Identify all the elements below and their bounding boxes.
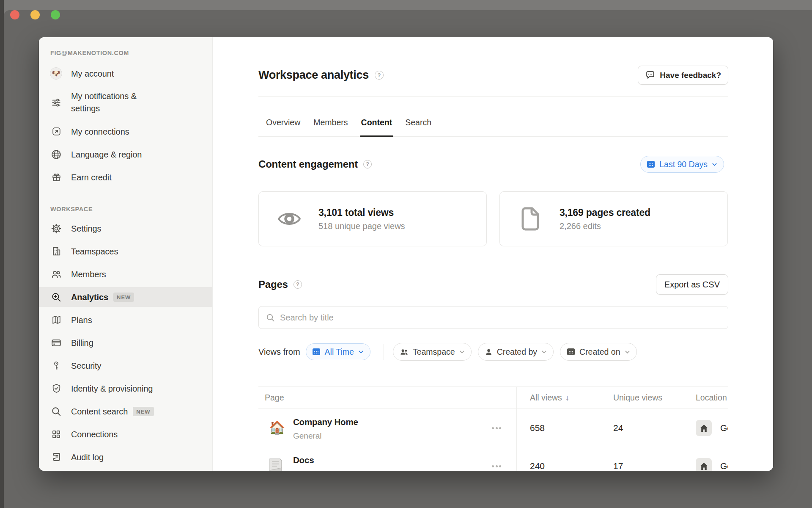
page-search-field xyxy=(258,306,728,329)
created-on-filter[interactable]: Created on xyxy=(560,343,636,361)
location-label: General xyxy=(720,423,728,433)
column-header-all-views[interactable]: All views ↓ xyxy=(516,393,600,403)
screen-edge xyxy=(0,0,4,508)
sidebar-item-language-region[interactable]: Language & region xyxy=(39,144,212,164)
date-range-filter[interactable]: Last 90 Days xyxy=(640,156,724,173)
sliders-icon xyxy=(50,97,63,108)
sidebar-item-audit-log[interactable]: Audit log xyxy=(39,447,212,467)
created-on-filter-label: Created on xyxy=(579,347,620,357)
have-feedback-label: Have feedback? xyxy=(660,71,721,80)
sidebar-item-my-notifications-settings[interactable]: My notifications & settings xyxy=(39,86,212,119)
sidebar-item-label: Language & region xyxy=(71,147,142,162)
export-csv-label: Export as CSV xyxy=(664,280,720,290)
analytics-search-icon xyxy=(50,292,63,303)
sidebar-item-plans[interactable]: Plans xyxy=(39,310,212,330)
unique-views-value: 17 xyxy=(600,461,682,471)
search-icon xyxy=(266,313,275,323)
page-teamspace-label: General xyxy=(293,469,322,471)
help-icon[interactable]: ? xyxy=(375,71,384,80)
calendar-icon xyxy=(646,160,656,169)
sidebar-item-label: Identity & provisioning xyxy=(71,381,153,396)
all-views-value: 658 xyxy=(516,423,600,433)
table-header-row: Page All views ↓ Unique views Location xyxy=(258,387,728,409)
sidebar-item-label: Earn credit xyxy=(71,170,112,185)
sidebar-item-label: Billing xyxy=(71,335,93,351)
column-header-label: All views xyxy=(530,393,562,403)
total-views-value: 3,101 total views xyxy=(318,206,405,219)
views-time-label: All Time xyxy=(325,347,354,357)
sidebar-item-label: Audit log xyxy=(71,450,104,465)
sidebar-item-analytics[interactable]: Analytics NEW xyxy=(39,287,212,307)
tab-content[interactable]: Content xyxy=(361,117,392,136)
credit-card-icon xyxy=(50,337,63,348)
export-csv-button[interactable]: Export as CSV xyxy=(656,274,728,295)
calendar-icon xyxy=(312,347,321,356)
more-options-button[interactable] xyxy=(489,422,504,433)
views-from-label: Views from xyxy=(258,347,300,357)
page-document-icon xyxy=(269,458,284,471)
sidebar-item-connections[interactable]: Connections xyxy=(39,424,212,444)
page-emoji-icon: 🏠 xyxy=(269,420,284,436)
sidebar-item-label: Content search xyxy=(71,404,128,419)
sidebar-item-my-connections[interactable]: My connections xyxy=(39,121,212,141)
page-title: Workspace analytics xyxy=(258,69,369,82)
more-options-button[interactable] xyxy=(489,461,504,471)
sidebar-item-label: Security xyxy=(71,358,101,373)
location-label: General xyxy=(720,461,728,471)
chevron-down-icon xyxy=(541,349,547,355)
sidebar-item-members[interactable]: Members xyxy=(39,264,212,284)
table-row[interactable]: 🏠 Company Home General 658 24 General xyxy=(258,409,728,447)
settings-sidebar: FIG@MAKENOTION.COM 🐶 My account My notif… xyxy=(39,37,213,471)
tab-search[interactable]: Search xyxy=(405,117,431,136)
help-icon[interactable]: ? xyxy=(363,160,372,168)
close-window-button[interactable] xyxy=(10,10,19,19)
zoom-window-button[interactable] xyxy=(51,10,60,19)
help-icon[interactable]: ? xyxy=(294,280,302,289)
arrow-up-right-icon xyxy=(50,126,63,137)
workspace-section-label: Workspace xyxy=(39,206,212,213)
map-icon xyxy=(50,315,63,325)
sidebar-item-identity-provisioning[interactable]: Identity & provisioning xyxy=(39,378,212,398)
sidebar-item-content-search[interactable]: Content search NEW xyxy=(39,401,212,421)
user-avatar: 🐶 xyxy=(50,67,62,80)
minimize-window-button[interactable] xyxy=(30,10,40,19)
window-controls xyxy=(10,10,60,19)
column-header-page[interactable]: Page xyxy=(258,393,516,403)
chevron-down-icon xyxy=(358,349,364,355)
page-title-cell[interactable]: Company Home xyxy=(293,417,358,428)
sidebar-item-label: Teamspaces xyxy=(71,244,118,259)
shield-check-icon xyxy=(50,383,63,394)
views-time-filter[interactable]: All Time xyxy=(306,343,370,360)
table-row[interactable]: Docs General 240 17 General xyxy=(258,447,728,471)
column-header-location[interactable]: Location xyxy=(682,393,728,403)
home-location-icon xyxy=(696,420,712,436)
created-by-filter[interactable]: Created by xyxy=(478,343,554,361)
sidebar-item-earn-credit[interactable]: Earn credit xyxy=(39,167,212,187)
tab-overview[interactable]: Overview xyxy=(266,117,300,136)
sidebar-item-label: Analytics xyxy=(71,290,108,305)
pages-created-card: 3,169 pages created 2,266 edits xyxy=(499,191,728,246)
date-range-label: Last 90 Days xyxy=(659,160,708,169)
content-engagement-heading: Content engagement xyxy=(258,157,358,171)
page-title-cell[interactable]: Docs xyxy=(293,455,322,466)
total-views-card: 3,101 total views 518 unique page views xyxy=(258,191,487,246)
new-badge: NEW xyxy=(133,407,154,416)
have-feedback-button[interactable]: Have feedback? xyxy=(638,66,728,85)
chevron-down-icon xyxy=(459,349,465,355)
search-by-title-input[interactable] xyxy=(280,313,721,323)
teamspace-filter[interactable]: Teamspace xyxy=(393,343,472,361)
tab-members[interactable]: Members xyxy=(313,117,348,136)
unique-views-value: 24 xyxy=(600,423,682,433)
sidebar-item-teamspaces[interactable]: Teamspaces xyxy=(39,241,212,261)
all-views-value: 240 xyxy=(516,461,600,471)
sidebar-item-security[interactable]: Security xyxy=(39,356,212,375)
page-icon xyxy=(518,207,543,231)
home-location-icon xyxy=(696,458,712,471)
globe-icon xyxy=(50,149,63,160)
sidebar-item-my-account[interactable]: 🐶 My account xyxy=(39,64,212,83)
people-icon xyxy=(50,269,63,280)
column-header-unique-views[interactable]: Unique views xyxy=(600,393,682,403)
sidebar-item-settings[interactable]: Settings xyxy=(39,218,212,238)
sidebar-item-billing[interactable]: Billing xyxy=(39,333,212,353)
people-icon xyxy=(399,347,409,357)
